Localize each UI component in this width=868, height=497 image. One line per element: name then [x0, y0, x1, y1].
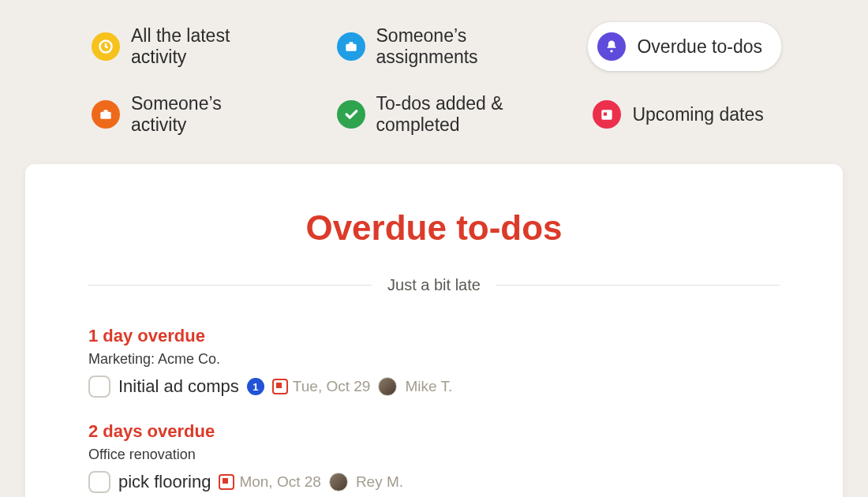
page-title: Overdue to-dos	[88, 208, 780, 248]
nav-label: Overdue to-dos	[637, 36, 762, 58]
nav-todos-added-completed[interactable]: To-dos added & completed	[332, 90, 541, 139]
due-date-text: Tue, Oct 29	[293, 378, 371, 395]
section-heading: 1 day overdue	[88, 326, 780, 346]
section-divider: Just a bit late	[88, 276, 780, 294]
due-date-text: Mon, Oct 28	[239, 473, 321, 491]
nav-someones-activity[interactable]: Someone’s activity	[87, 90, 285, 139]
nav-label: All the latest activity	[131, 25, 280, 68]
divider-line	[88, 285, 372, 286]
nav-someones-assignments[interactable]: Someone’s assignments	[332, 22, 541, 71]
calendar-icon	[272, 379, 288, 394]
nav-label: Someone’s activity	[131, 93, 280, 136]
due-date-chip[interactable]: Mon, Oct 28	[219, 473, 321, 491]
svg-rect-7	[604, 113, 607, 116]
nav-latest-activity[interactable]: All the latest activity	[87, 22, 285, 71]
todo-title: Initial ad comps	[118, 376, 239, 397]
project-name: Office renovation	[88, 447, 780, 463]
todo-title: pick flooring	[118, 472, 211, 492]
check-icon	[337, 100, 365, 129]
svg-rect-5	[104, 110, 108, 112]
briefcase-icon	[92, 100, 120, 129]
todo-row[interactable]: pick flooring Mon, Oct 28 Rey M.	[88, 471, 780, 493]
calendar-icon	[219, 474, 234, 490]
svg-rect-1	[346, 44, 356, 51]
todo-row[interactable]: Initial ad comps 1 Tue, Oct 29 Mike T.	[88, 376, 780, 398]
comment-count-badge[interactable]: 1	[247, 378, 264, 395]
due-date-chip[interactable]: Tue, Oct 29	[272, 378, 371, 395]
overdue-section: 1 day overdue Marketing: Acme Co. Initia…	[88, 326, 780, 398]
todo-checkbox[interactable]	[88, 471, 110, 493]
calendar-icon	[593, 100, 621, 129]
svg-point-3	[611, 50, 613, 52]
assignee-avatar[interactable]	[378, 377, 397, 396]
section-heading: 2 days overdue	[88, 421, 780, 442]
assignee-name: Mike T.	[405, 378, 452, 395]
content-card: Overdue to-dos Just a bit late 1 day ove…	[25, 164, 843, 497]
todo-checkbox[interactable]	[88, 376, 110, 398]
nav-upcoming-dates[interactable]: Upcoming dates	[588, 90, 781, 139]
assignee-avatar[interactable]	[329, 473, 348, 491]
nav-label: Someone’s assignments	[376, 25, 537, 68]
nav-label: To-dos added & completed	[376, 93, 537, 136]
assignee-name: Rey M.	[356, 473, 403, 491]
filter-nav: All the latest activity Someone’s assign…	[0, 0, 868, 164]
bell-icon	[597, 32, 626, 61]
nav-label: Upcoming dates	[632, 104, 763, 125]
overdue-section: 2 days overdue Office renovation pick fl…	[88, 421, 780, 497]
svg-rect-2	[349, 42, 353, 44]
briefcase-icon	[337, 32, 365, 61]
svg-rect-4	[100, 112, 110, 119]
divider-line	[496, 285, 780, 286]
project-name: Marketing: Acme Co.	[88, 351, 780, 368]
clock-icon	[92, 32, 120, 61]
divider-label: Just a bit late	[387, 276, 481, 294]
nav-overdue-todos[interactable]: Overdue to-dos	[588, 22, 781, 71]
